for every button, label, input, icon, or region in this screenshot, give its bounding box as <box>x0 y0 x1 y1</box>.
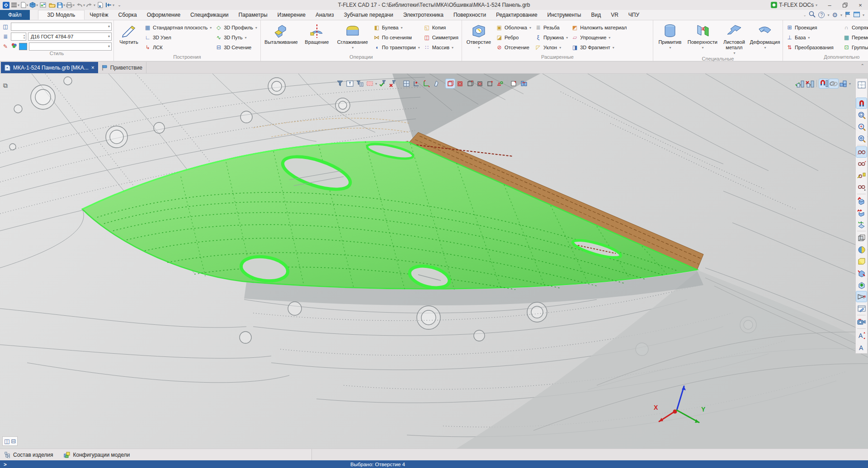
ribbon-item-trim[interactable]: ⊘Отсечение <box>495 42 533 52</box>
image-quality-icon[interactable] <box>856 280 867 290</box>
blend-button[interactable]: Сглаживание ▾ <box>334 23 371 51</box>
cancel-selection-icon[interactable] <box>805 79 814 88</box>
ribbon-item-mates[interactable]: ∩Сопряжения▾ <box>842 23 868 33</box>
menu-drawing[interactable]: Чертёж <box>85 10 113 20</box>
ribbon-item-sweep[interactable]: ◖По траектории▾ <box>372 42 421 52</box>
save-button[interactable]: ▾ <box>57 0 65 9</box>
menu-specifications[interactable]: Спецификации <box>185 10 233 20</box>
filter-box-icon[interactable] <box>365 79 374 88</box>
filter-list-icon[interactable] <box>355 79 364 88</box>
rotation-button[interactable]: Вращение <box>301 23 333 45</box>
zoom-selection-icon[interactable] <box>856 122 867 132</box>
recheck-model-icon[interactable] <box>856 207 867 218</box>
brush-icon[interactable]: ✎ <box>2 43 9 50</box>
zoom-window-icon[interactable] <box>856 110 867 120</box>
ribbon-item-array[interactable]: ∷Массив▾ <box>422 42 460 52</box>
select-face-icon[interactable] <box>456 79 465 88</box>
ribbon-item-standard-plane[interactable]: ▦Стандартная плоскость▾ <box>143 23 213 33</box>
primitive-button[interactable]: Примитив ▾ <box>655 23 685 51</box>
ribbon-item-shell[interactable]: ▣Оболочка▾ <box>495 23 533 33</box>
select-solid-icon[interactable] <box>446 79 455 88</box>
hole-button[interactable]: Отверстие ▾ <box>464 23 494 51</box>
filter-window-icon[interactable] <box>345 79 354 88</box>
menu-assembly[interactable]: Сборка <box>113 10 142 20</box>
menu-editing[interactable]: Редактирование <box>491 10 542 20</box>
filter-clear-icon[interactable] <box>388 79 397 88</box>
color-swatch[interactable] <box>19 43 27 50</box>
menu-formatting[interactable]: Оформление <box>142 10 185 20</box>
render-colors-icon[interactable] <box>11 43 17 50</box>
help-icon[interactable]: ? <box>818 12 825 18</box>
font-decrease-icon[interactable]: A <box>856 342 867 352</box>
show-measure-icon[interactable] <box>856 170 867 181</box>
ribbon-item-projection[interactable]: ⊞Проекция <box>785 23 841 33</box>
select-edge-icon[interactable] <box>476 79 485 88</box>
qat-overflow-button[interactable]: ⌄ <box>115 0 123 9</box>
menu-parameters[interactable]: Параметры <box>234 10 273 20</box>
font-increase-icon[interactable]: A <box>856 330 867 341</box>
ribbon-item-symmetry[interactable]: ◫Симметрия <box>422 33 460 42</box>
new-window-button[interactable] <box>39 0 47 9</box>
draw-button[interactable]: Чертить <box>116 23 142 45</box>
material-dropdown[interactable]: Д16 ГОСТ 4784-97▾ <box>28 33 112 41</box>
menu-file[interactable]: Файл <box>0 10 30 20</box>
select-operation-icon[interactable] <box>509 79 519 88</box>
shading-mode-icon[interactable] <box>856 244 867 255</box>
ribbon-item-apply-material[interactable]: ◩Наложить материал <box>570 23 628 33</box>
camera-icon[interactable] <box>856 317 867 327</box>
ribbon-item-copy[interactable]: ◱Копия <box>422 23 460 33</box>
ribbon-item-lcs[interactable]: ↳ЛСК <box>143 42 213 52</box>
deformation-button[interactable]: Деформация ▾ <box>749 23 781 51</box>
ribbon-item-3d-fragment[interactable]: ◨3D Фрагмент▾ <box>570 42 628 52</box>
hide-elements-icon[interactable] <box>856 147 867 157</box>
view-settings-icon[interactable] <box>856 303 867 314</box>
tab-welcome[interactable]: Приветствие <box>98 62 146 73</box>
filter-funnel-icon[interactable] <box>335 79 344 88</box>
object-snap-magnet-icon[interactable] <box>856 98 867 108</box>
snap-magnet-icon[interactable] <box>819 79 828 88</box>
undo-button[interactable]: ▾ <box>75 0 85 9</box>
surfaces-button[interactable]: Поверхности ▾ <box>686 23 719 51</box>
app-logo-icon[interactable] <box>2 0 10 9</box>
rollback-button[interactable]: ▾ <box>105 0 114 9</box>
filter-apply-icon[interactable] <box>378 79 387 88</box>
solid-mode-icon[interactable] <box>856 256 867 267</box>
ribbon-item-boolean[interactable]: ◧Булева▾ <box>372 23 421 33</box>
menu-analysis[interactable]: Анализ <box>311 10 339 20</box>
copy-properties-icon[interactable]: ◫ <box>2 23 9 30</box>
model-tree-toggle-icon[interactable]: ⧉ <box>3 82 8 89</box>
select-vertex-icon[interactable] <box>486 79 495 88</box>
ribbon-item-transformations[interactable]: ⇅Преобразования <box>785 42 841 52</box>
new-3d-document-button[interactable]: ▾ <box>29 0 38 9</box>
extrude-button[interactable]: Выталкивание <box>263 23 300 45</box>
workplane-select-icon[interactable] <box>402 79 411 88</box>
check-model-icon[interactable] <box>856 196 867 206</box>
ribbon-item-datum[interactable]: ⊥База▾ <box>785 33 841 42</box>
ribbon-item-loft[interactable]: ⋈По сечениям <box>372 33 421 42</box>
ribbon-item-rib[interactable]: ◪Ребро <box>495 33 533 42</box>
fragments-mode-icon[interactable] <box>839 79 848 88</box>
flag-icon[interactable] <box>845 11 851 19</box>
close-button[interactable]: × <box>853 0 868 10</box>
style-dropdown[interactable]: ▾ <box>11 23 112 31</box>
color-style-dropdown[interactable]: ▾ <box>29 42 112 51</box>
print-button[interactable]: ▾ <box>66 0 75 9</box>
menu-view[interactable]: Вид <box>586 10 606 20</box>
ribbon-item-draft[interactable]: ◸Уклон▾ <box>533 42 569 52</box>
select-body-icon[interactable] <box>466 79 475 88</box>
menu-3d-model[interactable]: 3D Модель <box>38 10 85 20</box>
model-configurations-button[interactable]: Конфигурации модели <box>63 451 130 458</box>
collapse-ribbon-icon[interactable]: ⌃ <box>861 63 864 68</box>
rotate-view-icon[interactable] <box>856 219 867 229</box>
split-vertical-icon[interactable]: ◫ <box>4 438 9 445</box>
macro-editor-button[interactable] <box>96 0 104 9</box>
ribbon-item-variables[interactable]: ▦Переменные <box>842 33 868 42</box>
layers-icon[interactable]: ≣ <box>2 33 9 40</box>
menu-gears[interactable]: Зубчатые передачи <box>339 10 398 20</box>
perspective-mode-icon[interactable] <box>856 291 867 302</box>
ribbon-item-spring[interactable]: ξПружина▾ <box>533 33 569 42</box>
3d-viewport[interactable]: X Y ⧉ ▾ ▾ <box>0 74 868 449</box>
link-chain-icon[interactable] <box>829 79 838 88</box>
node-select-icon[interactable] <box>412 79 421 88</box>
wireframe-mode-icon[interactable] <box>856 233 867 243</box>
